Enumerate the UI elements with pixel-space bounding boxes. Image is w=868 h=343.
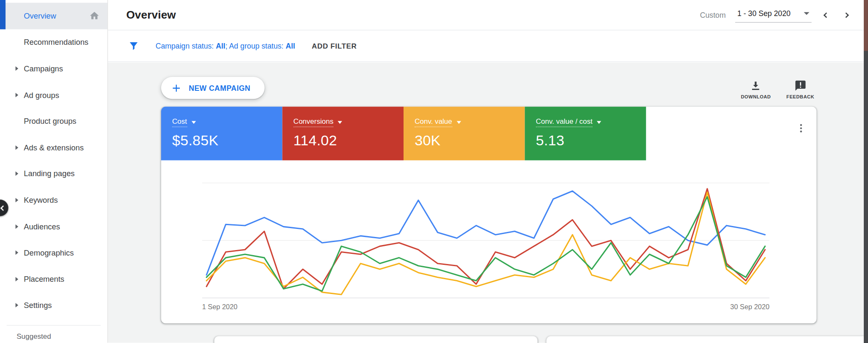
sidebar-item-label: Ad groups [24,90,59,99]
toolbar-row: NEW CAMPAIGN DOWNLOAD [161,63,817,107]
caret-down-icon [338,121,342,124]
caret-down-icon [804,12,809,15]
metric-value: 30K [415,132,525,150]
sidebar-item-ad-groups[interactable]: Ad groups [0,82,107,108]
sidebar-item-label: Placements [24,275,64,283]
main-area: Overview Custom 1 - 30 Sep 2020 [108,0,863,343]
sidebar-nav: Overview Recommendations Campaigns Ad gr… [0,0,108,343]
download-button[interactable]: DOWNLOAD [741,79,771,99]
x-axis-label-end: 30 Sep 2020 [730,303,769,310]
expand-arrow-icon [16,66,19,71]
metric-selector[interactable]: Cost [172,117,196,127]
kebab-menu-icon [796,123,807,134]
add-filter-button[interactable]: ADD FILTER [312,42,357,50]
overview-chart [202,175,769,300]
sidebar-item-label: Landing pages [24,169,74,178]
page-title: Overview [126,8,176,21]
metric-selector[interactable]: Conversions [294,117,343,127]
expand-arrow-icon [16,198,19,202]
scorecard-cost[interactable]: Cost $5.85K [161,107,283,161]
plus-icon [171,83,181,93]
scorecard-conv-value-per-cost[interactable]: Conv. value / cost 5.13 [525,107,646,161]
sidebar-item-label: Overview [24,11,56,20]
download-icon [750,79,762,92]
content-area: NEW CAMPAIGN DOWNLOAD [108,63,863,343]
card-partial-left [214,336,537,343]
metric-value: 5.13 [536,132,646,150]
caret-down-icon [456,121,461,124]
date-range-value: 1 - 30 Sep 2020 [737,9,791,18]
expand-arrow-icon [16,172,19,176]
scrollbar-thumb[interactable] [864,0,868,51]
expand-arrow-icon [16,224,19,229]
sidebar-item-settings[interactable]: Settings [0,292,107,318]
filter-bar: Campaign status: All; Ad group status: A… [108,30,863,62]
sidebar-item-label: Recommendations [24,38,88,47]
expand-arrow-icon [16,93,19,97]
x-axis-label-start: 1 Sep 2020 [202,303,238,310]
sidebar-divider [7,325,101,326]
card-partial-right [547,336,868,343]
google-ads-overview-page: Overview Recommendations Campaigns Ad gr… [0,0,868,343]
sidebar-item-audiences[interactable]: Audiences [0,213,107,240]
feedback-icon [794,79,807,92]
top-bar: Overview Custom 1 - 30 Sep 2020 [108,0,863,30]
chart-plot-area [202,175,769,300]
chevron-right-icon [843,12,849,18]
overview-chart-card: Cost $5.85K Conversions 114.02 [161,107,817,324]
date-prev-button[interactable] [821,10,832,20]
sidebar-item-keywords[interactable]: Keywords [0,187,107,213]
scrollbar-track[interactable] [864,0,868,343]
sidebar-item-landing-pages[interactable]: Landing pages [0,161,107,187]
sidebar-item-label: Campaigns [24,64,63,73]
date-range-picker[interactable]: 1 - 30 Sep 2020 [735,8,812,22]
sidebar-item-label: Audiences [24,222,60,231]
x-axis-labels: 1 Sep 2020 30 Sep 2020 [202,303,769,310]
caret-down-icon [597,121,601,124]
sidebar-item-label: Demographics [24,248,74,257]
sidebar-item-ads-extensions[interactable]: Ads & extensions [0,134,107,161]
expand-arrow-icon [16,303,19,308]
metric-selector[interactable]: Conv. value [415,117,461,127]
sidebar-item-label: Settings [24,301,52,310]
sidebar-item-label: Ads & extensions [24,143,84,152]
sidebar-item-placements[interactable]: Placements [0,266,107,292]
sidebar-item-recommendations[interactable]: Recommendations [0,29,107,55]
expand-arrow-icon [16,277,19,281]
sidebar-item-label: Product groups [24,117,76,125]
sidebar-item-product-groups[interactable]: Product groups [0,108,107,134]
metric-value: 114.02 [294,132,404,150]
chevron-left-icon [0,205,6,211]
new-campaign-button[interactable]: NEW CAMPAIGN [161,77,265,99]
date-range-area: Custom 1 - 30 Sep 2020 [700,8,852,22]
scorecards: Cost $5.85K Conversions 114.02 [161,107,646,161]
feedback-button[interactable]: FEEDBACK [786,79,814,99]
expand-arrow-icon [16,145,19,150]
date-range-mode: Custom [700,11,726,19]
home-icon [89,11,100,21]
sidebar-item-overview[interactable]: Overview [0,3,107,29]
sidebar-item-campaigns[interactable]: Campaigns [0,55,107,82]
filter-funnel-icon[interactable] [128,40,139,52]
expand-arrow-icon [16,250,19,255]
sidebar-item-demographics[interactable]: Demographics [0,240,107,266]
date-next-button[interactable] [841,10,852,20]
card-options-button[interactable] [793,120,809,138]
sidebar-item-label: Keywords [24,196,58,204]
caret-down-icon [191,121,195,124]
scorecard-conv-value[interactable]: Conv. value 30K [404,107,525,161]
metric-selector[interactable]: Conv. value / cost [536,117,602,127]
card-tools: DOWNLOAD FEEDBACK [741,79,815,99]
scorecard-conversions[interactable]: Conversions 114.02 [282,107,404,161]
chevron-left-icon [824,12,829,18]
metric-value: $5.85K [172,132,282,150]
filter-summary[interactable]: Campaign status: All; Ad group status: A… [156,42,295,50]
sidebar-section-suggested: Suggested [0,329,107,343]
